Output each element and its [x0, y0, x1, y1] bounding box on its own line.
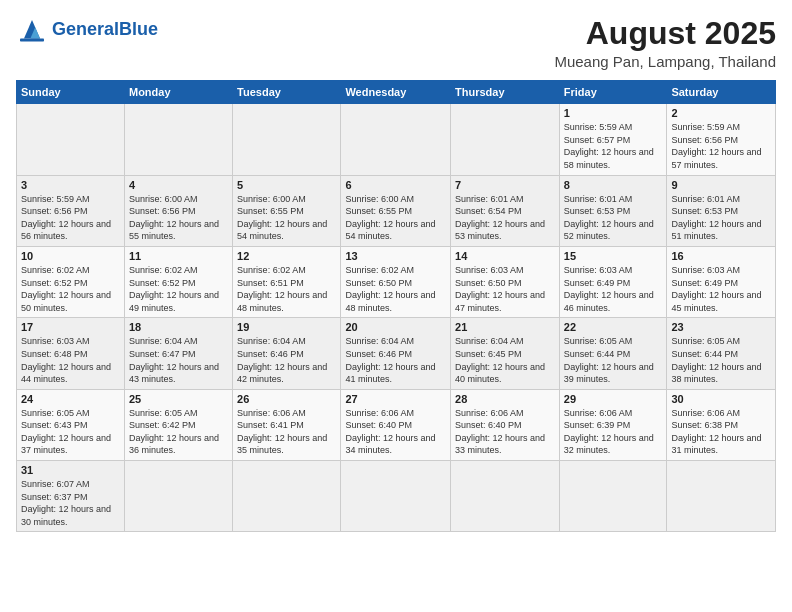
- table-row: 23Sunrise: 6:05 AM Sunset: 6:44 PM Dayli…: [667, 318, 776, 389]
- calendar-table: Sunday Monday Tuesday Wednesday Thursday…: [16, 80, 776, 532]
- table-row: 14Sunrise: 6:03 AM Sunset: 6:50 PM Dayli…: [451, 246, 560, 317]
- header-thursday: Thursday: [451, 81, 560, 104]
- title-block: August 2025 Mueang Pan, Lampang, Thailan…: [554, 16, 776, 70]
- table-row: 7Sunrise: 6:01 AM Sunset: 6:54 PM Daylig…: [451, 175, 560, 246]
- table-row: 10Sunrise: 6:02 AM Sunset: 6:52 PM Dayli…: [17, 246, 125, 317]
- table-row: 4Sunrise: 6:00 AM Sunset: 6:56 PM Daylig…: [124, 175, 232, 246]
- table-row: 30Sunrise: 6:06 AM Sunset: 6:38 PM Dayli…: [667, 389, 776, 460]
- table-row: 27Sunrise: 6:06 AM Sunset: 6:40 PM Dayli…: [341, 389, 451, 460]
- header: GeneralBlue August 2025 Mueang Pan, Lamp…: [16, 16, 776, 70]
- day-info: Sunrise: 6:06 AM Sunset: 6:40 PM Dayligh…: [455, 407, 555, 457]
- table-row: 18Sunrise: 6:04 AM Sunset: 6:47 PM Dayli…: [124, 318, 232, 389]
- day-info: Sunrise: 6:00 AM Sunset: 6:55 PM Dayligh…: [345, 193, 446, 243]
- month-year-title: August 2025: [554, 16, 776, 51]
- table-row: 29Sunrise: 6:06 AM Sunset: 6:39 PM Dayli…: [559, 389, 667, 460]
- header-monday: Monday: [124, 81, 232, 104]
- table-row: 22Sunrise: 6:05 AM Sunset: 6:44 PM Dayli…: [559, 318, 667, 389]
- table-row: 9Sunrise: 6:01 AM Sunset: 6:53 PM Daylig…: [667, 175, 776, 246]
- table-row: 19Sunrise: 6:04 AM Sunset: 6:46 PM Dayli…: [233, 318, 341, 389]
- table-row: [233, 461, 341, 532]
- table-row: 24Sunrise: 6:05 AM Sunset: 6:43 PM Dayli…: [17, 389, 125, 460]
- day-number: 8: [564, 179, 663, 191]
- table-row: 12Sunrise: 6:02 AM Sunset: 6:51 PM Dayli…: [233, 246, 341, 317]
- day-info: Sunrise: 6:05 AM Sunset: 6:43 PM Dayligh…: [21, 407, 120, 457]
- day-number: 13: [345, 250, 446, 262]
- day-number: 18: [129, 321, 228, 333]
- day-info: Sunrise: 6:01 AM Sunset: 6:53 PM Dayligh…: [564, 193, 663, 243]
- table-row: [341, 461, 451, 532]
- header-wednesday: Wednesday: [341, 81, 451, 104]
- table-row: [17, 104, 125, 175]
- day-number: 4: [129, 179, 228, 191]
- logo-blue: Blue: [119, 19, 158, 39]
- day-info: Sunrise: 6:02 AM Sunset: 6:52 PM Dayligh…: [129, 264, 228, 314]
- day-info: Sunrise: 6:03 AM Sunset: 6:49 PM Dayligh…: [564, 264, 663, 314]
- calendar-page: GeneralBlue August 2025 Mueang Pan, Lamp…: [0, 0, 792, 612]
- day-number: 28: [455, 393, 555, 405]
- day-info: Sunrise: 6:06 AM Sunset: 6:41 PM Dayligh…: [237, 407, 336, 457]
- table-row: 17Sunrise: 6:03 AM Sunset: 6:48 PM Dayli…: [17, 318, 125, 389]
- day-number: 10: [21, 250, 120, 262]
- table-row: 21Sunrise: 6:04 AM Sunset: 6:45 PM Dayli…: [451, 318, 560, 389]
- day-info: Sunrise: 6:05 AM Sunset: 6:44 PM Dayligh…: [671, 335, 771, 385]
- day-info: Sunrise: 6:06 AM Sunset: 6:39 PM Dayligh…: [564, 407, 663, 457]
- table-row: 26Sunrise: 6:06 AM Sunset: 6:41 PM Dayli…: [233, 389, 341, 460]
- table-row: 2Sunrise: 5:59 AM Sunset: 6:56 PM Daylig…: [667, 104, 776, 175]
- day-number: 14: [455, 250, 555, 262]
- day-number: 5: [237, 179, 336, 191]
- day-number: 31: [21, 464, 120, 476]
- day-number: 16: [671, 250, 771, 262]
- location-subtitle: Mueang Pan, Lampang, Thailand: [554, 53, 776, 70]
- table-row: [451, 104, 560, 175]
- header-friday: Friday: [559, 81, 667, 104]
- day-number: 12: [237, 250, 336, 262]
- header-sunday: Sunday: [17, 81, 125, 104]
- day-info: Sunrise: 6:05 AM Sunset: 6:42 PM Dayligh…: [129, 407, 228, 457]
- day-number: 26: [237, 393, 336, 405]
- day-info: Sunrise: 6:02 AM Sunset: 6:51 PM Dayligh…: [237, 264, 336, 314]
- table-row: [124, 461, 232, 532]
- day-info: Sunrise: 6:02 AM Sunset: 6:52 PM Dayligh…: [21, 264, 120, 314]
- svg-rect-2: [20, 38, 44, 41]
- logo-icon: [16, 16, 48, 44]
- table-row: 3Sunrise: 5:59 AM Sunset: 6:56 PM Daylig…: [17, 175, 125, 246]
- day-info: Sunrise: 6:01 AM Sunset: 6:54 PM Dayligh…: [455, 193, 555, 243]
- day-info: Sunrise: 6:02 AM Sunset: 6:50 PM Dayligh…: [345, 264, 446, 314]
- day-info: Sunrise: 5:59 AM Sunset: 6:56 PM Dayligh…: [671, 121, 771, 171]
- logo: GeneralBlue: [16, 16, 158, 44]
- day-number: 15: [564, 250, 663, 262]
- table-row: 6Sunrise: 6:00 AM Sunset: 6:55 PM Daylig…: [341, 175, 451, 246]
- day-number: 22: [564, 321, 663, 333]
- day-number: 19: [237, 321, 336, 333]
- day-number: 7: [455, 179, 555, 191]
- table-row: [341, 104, 451, 175]
- day-info: Sunrise: 6:01 AM Sunset: 6:53 PM Dayligh…: [671, 193, 771, 243]
- table-row: [233, 104, 341, 175]
- day-info: Sunrise: 6:00 AM Sunset: 6:56 PM Dayligh…: [129, 193, 228, 243]
- calendar-header-row: Sunday Monday Tuesday Wednesday Thursday…: [17, 81, 776, 104]
- day-number: 6: [345, 179, 446, 191]
- day-number: 17: [21, 321, 120, 333]
- day-number: 25: [129, 393, 228, 405]
- table-row: 11Sunrise: 6:02 AM Sunset: 6:52 PM Dayli…: [124, 246, 232, 317]
- table-row: 8Sunrise: 6:01 AM Sunset: 6:53 PM Daylig…: [559, 175, 667, 246]
- day-number: 21: [455, 321, 555, 333]
- header-tuesday: Tuesday: [233, 81, 341, 104]
- day-info: Sunrise: 6:04 AM Sunset: 6:46 PM Dayligh…: [345, 335, 446, 385]
- table-row: 15Sunrise: 6:03 AM Sunset: 6:49 PM Dayli…: [559, 246, 667, 317]
- day-info: Sunrise: 6:05 AM Sunset: 6:44 PM Dayligh…: [564, 335, 663, 385]
- day-info: Sunrise: 6:06 AM Sunset: 6:38 PM Dayligh…: [671, 407, 771, 457]
- day-info: Sunrise: 6:00 AM Sunset: 6:55 PM Dayligh…: [237, 193, 336, 243]
- table-row: 13Sunrise: 6:02 AM Sunset: 6:50 PM Dayli…: [341, 246, 451, 317]
- day-number: 3: [21, 179, 120, 191]
- day-number: 20: [345, 321, 446, 333]
- day-number: 30: [671, 393, 771, 405]
- logo-general: General: [52, 19, 119, 39]
- day-info: Sunrise: 6:07 AM Sunset: 6:37 PM Dayligh…: [21, 478, 120, 528]
- day-info: Sunrise: 6:04 AM Sunset: 6:45 PM Dayligh…: [455, 335, 555, 385]
- day-number: 11: [129, 250, 228, 262]
- day-number: 27: [345, 393, 446, 405]
- day-number: 1: [564, 107, 663, 119]
- table-row: 1Sunrise: 5:59 AM Sunset: 6:57 PM Daylig…: [559, 104, 667, 175]
- day-number: 9: [671, 179, 771, 191]
